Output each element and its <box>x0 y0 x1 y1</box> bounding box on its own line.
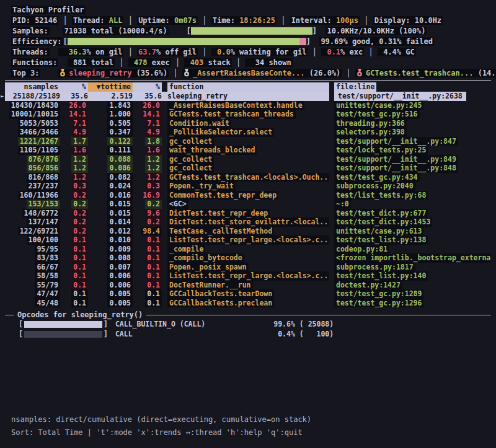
file-text: test/list_tests.py:68 <box>334 191 428 200</box>
pct-cell: 0.1 <box>60 281 88 290</box>
file-text: test/test_dict.py:677 <box>334 209 428 218</box>
cell-text: 95/95 <box>35 245 60 254</box>
file-cell: ~:0 <box>329 200 491 209</box>
top3-item[interactable]: sleeping_retry (35.6%) <box>58 69 169 77</box>
table-row-main: 153/1530.20.0150.2<GC> <box>5 200 329 209</box>
table-row[interactable]: 1105/11051.60.1111.6wait_threads_blocked… <box>5 146 491 155</box>
table-row-selected[interactable]: 25188/2518935.62.51935.6sleeping_retryte… <box>5 92 491 101</box>
table-row[interactable]: 66/670.10.0070.1Popen._posix_spawnsubpro… <box>5 263 491 272</box>
table-row[interactable]: 816/8681.20.0821.2GCTests.test_trashcan.… <box>5 173 491 182</box>
column-header-file[interactable]: file:line <box>329 82 491 92</box>
pct-cell: 0.2 <box>60 191 88 200</box>
pct-cell: 1.2 <box>60 155 88 164</box>
cell-text: 0.006 <box>107 281 133 290</box>
top3-item[interactable]: _AssertRaisesBaseConte... (26.0%) <box>182 69 342 77</box>
cell-text: 0.2 <box>145 200 162 209</box>
table-row[interactable]: 153/1530.20.0150.2<GC>~:0 <box>5 200 491 209</box>
cell-text: 35.6 <box>144 92 162 100</box>
nsamples-cell: 95/95 <box>5 245 60 254</box>
cell-text: 83/83 <box>35 253 60 263</box>
table-row[interactable]: 58/580.10.0060.1ListTest.test_repr_large… <box>5 271 491 281</box>
separator-bar: │ <box>202 16 206 25</box>
status-value: 10.0Hz <box>415 16 441 25</box>
table-row[interactable]: 100/1000.10.0100.1ListTest.test_repr_lar… <box>5 235 491 245</box>
opcode-percent: 0.4% <box>259 329 295 339</box>
cell-text: _PollLikeSelector.select <box>167 128 274 137</box>
column-header-nsamples[interactable]: nsamples <box>5 82 60 92</box>
table-header-main: nsamples % ▼tottime % function <box>5 82 329 92</box>
opcodes-title-row: Opcodes for sleeping_retry() <box>5 310 491 319</box>
nsamples-cell: 153/153 <box>5 200 60 209</box>
file-cell: test/support/__init__.py:848 <box>329 164 491 173</box>
table-row[interactable]: 237/2370.30.0240.3Popen._try_waitsubproc… <box>5 182 491 191</box>
tottime-cell: 0.086 <box>88 164 133 173</box>
separator-bar: │ <box>312 48 317 56</box>
cell-text: 35.6 <box>71 92 88 100</box>
table-row-main: 83/830.10.0080.1_compile_bytecode <box>5 253 329 263</box>
table-row[interactable]: 55/790.10.0060.1DocTestRunner.__rundocte… <box>5 281 491 290</box>
table-row[interactable]: 83/830.10.0080.1_compile_bytecode<frozen… <box>5 253 491 263</box>
cumpct-cell: 0.1 <box>133 263 162 272</box>
column-header-tottime[interactable]: ▼tottime <box>88 82 133 92</box>
nsamples-cell: 137/147 <box>5 217 60 227</box>
table-row[interactable]: 47/470.10.0050.1GCCallbackTests.tearDown… <box>5 289 491 299</box>
table-row[interactable]: 45/480.10.0050.1GCCallbackTests.preclean… <box>5 299 491 308</box>
file-cell: test/test_gc.py:1296 <box>329 299 491 308</box>
file-text: test/test_gc.py:1296 <box>334 299 423 308</box>
cumpct-cell: 14.1 <box>133 110 162 119</box>
file-text: test/support/__init__.py:849 <box>334 155 458 164</box>
table-row[interactable]: 95/950.10.0090.1_compilecodeop.py:81 <box>5 245 491 254</box>
top3-item[interactable]: GCTests.test_trashcan... (14.1%) <box>355 69 496 77</box>
functions-suffix: stack <box>203 58 230 67</box>
cumpct-cell: 0.1 <box>133 271 162 281</box>
table-body: 25188/2518935.62.51935.6sleeping_retryte… <box>5 92 491 307</box>
nsamples-cell: 100/100 <box>5 235 60 245</box>
table-row[interactable]: 122/697210.20.01298.4TestCase._callTestM… <box>5 227 491 236</box>
function-cell: <GC> <box>162 200 329 209</box>
function-cell: _compile_bytecode <box>162 253 329 263</box>
pct-cell: 14.1 <box>60 110 88 119</box>
function-cell: CommonTest.test_repr_deep <box>162 191 329 200</box>
pct-cell: 1.2 <box>60 164 88 173</box>
pct-cell: 1.7 <box>60 137 88 146</box>
column-header-pct[interactable]: % <box>60 82 88 92</box>
table-row-main: 10001/1001514.11.00014.1GCTests.test_tra… <box>5 110 329 119</box>
table-row[interactable]: 876/8761.20.0881.2gc_collecttest/support… <box>5 155 491 164</box>
cell-text: 0.1 <box>71 299 88 308</box>
table-row-main: 25188/2518935.62.51935.6sleeping_retry <box>5 92 329 101</box>
table-row[interactable]: 856/8561.20.0861.2gc_collecttest/support… <box>5 164 491 173</box>
cell-text: 0.1 <box>71 271 88 281</box>
table-row[interactable]: 137/1470.20.0140.2DictTest.test_store_ev… <box>5 217 491 227</box>
efficiency-row: Efficiency:[] 99.69% good, 0.31% failed <box>11 37 492 47</box>
threads-suffix: % GC <box>397 48 415 56</box>
cumpct-cell: 0.3 <box>133 182 162 191</box>
file-cell: test/test_list.py:140 <box>329 271 491 281</box>
tottime-cell: 0.010 <box>88 235 133 245</box>
function-cell: ListTest.test_repr_large.<locals>.c... <box>162 271 329 281</box>
table-row[interactable]: 1221/12671.70.1221.8gc_collecttest/suppo… <box>5 137 491 146</box>
cell-text: 0.1 <box>145 289 162 299</box>
cell-text: 856/856 <box>27 164 60 173</box>
tottime-cell: 0.014 <box>88 217 133 227</box>
table-row[interactable]: 5053/50537.10.5057.1Condition.waitthread… <box>5 119 491 128</box>
table-row[interactable]: 3466/34664.90.3474.9_PollLikeSelector.se… <box>5 128 491 137</box>
table-row[interactable]: 18430/1843026.01.84326.0_AssertRaisesBas… <box>5 101 491 110</box>
status-bar: PID: 52146 │ Thread: ALL │ Uptime: 0m07s… <box>11 15 492 26</box>
tottime-cell: 1.000 <box>88 110 133 119</box>
header-panel: Tachyon Profiler PID: 52146 │ Thread: AL… <box>11 5 492 79</box>
column-header-function[interactable]: function <box>162 82 329 92</box>
cell-text: GCTests.test_trashcan.<locals>.Ouch... <box>167 173 329 182</box>
nsamples-cell: 5053/5053 <box>5 119 60 128</box>
function-cell: _PollLikeSelector.select <box>162 128 329 137</box>
column-header-cumpct[interactable]: % <box>133 82 162 92</box>
cumpct-cell: 0.1 <box>133 253 162 263</box>
opcode-count: ( 100) <box>295 329 334 339</box>
table-row[interactable]: 160/119660.20.01616.9CommonTest.test_rep… <box>5 191 491 200</box>
cell-text: DocTestRunner.__run <box>167 281 253 290</box>
table-row[interactable]: 10001/1001514.11.00014.1GCTests.test_tra… <box>5 110 491 119</box>
status-label: Time: <box>213 16 239 25</box>
threads-item: 36.3% on gil <box>58 48 123 56</box>
cell-text: 876/876 <box>27 155 60 164</box>
file-text: test/test_list.py:140 <box>334 271 428 281</box>
table-row[interactable]: 148/67720.20.0159.6DictTest.test_repr_de… <box>5 209 491 218</box>
